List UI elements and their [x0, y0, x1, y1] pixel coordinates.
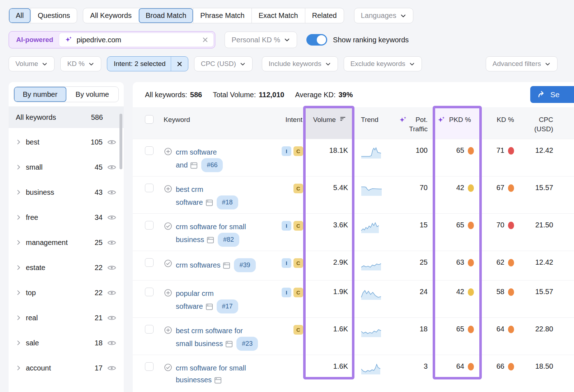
search-query[interactable]: pipedrive.com	[76, 36, 198, 44]
intent-badge-informational[interactable]: I	[282, 146, 291, 156]
all-keywords-group[interactable]: All keywords 586	[9, 107, 124, 128]
select-all-checkbox[interactable]	[145, 115, 154, 124]
sidebar-item-free[interactable]: free 34	[16, 205, 117, 230]
sidebar-scrollbar[interactable]	[119, 114, 122, 169]
eye-icon[interactable]	[107, 213, 117, 222]
sidebar-item-top[interactable]: top 22	[16, 280, 117, 305]
eye-icon[interactable]	[107, 313, 117, 323]
chevron-right-icon[interactable]	[16, 265, 22, 270]
eye-icon[interactable]	[107, 238, 117, 247]
include-keywords-dropdown[interactable]: Include keywords	[262, 56, 338, 71]
serp-preview-icon[interactable]	[190, 162, 198, 169]
chevron-right-icon[interactable]	[16, 315, 22, 321]
chevron-right-icon[interactable]	[16, 290, 22, 296]
add-keyword-icon[interactable]	[164, 184, 173, 193]
eye-icon[interactable]	[107, 288, 117, 298]
serp-preview-icon[interactable]	[206, 303, 213, 310]
tab-all[interactable]: All	[9, 8, 30, 23]
exclude-keywords-dropdown[interactable]: Exclude keywords	[344, 56, 422, 71]
chevron-right-icon[interactable]	[16, 189, 22, 195]
keyword-added-icon[interactable]	[164, 222, 173, 231]
tab-phrase-match[interactable]: Phrase Match	[193, 8, 251, 23]
clear-search-icon[interactable]	[202, 37, 208, 43]
serp-preview-icon[interactable]	[207, 237, 214, 244]
sidebar-item-small[interactable]: small 45	[16, 155, 117, 180]
intent-badge-commercial[interactable]: C	[293, 146, 303, 156]
search-input[interactable]: pipedrive.com	[59, 33, 214, 47]
sidebar-item-business[interactable]: business 43	[16, 180, 117, 205]
column-header-trend[interactable]: Trend	[354, 107, 393, 139]
eye-icon[interactable]	[107, 188, 117, 197]
chevron-right-icon[interactable]	[16, 365, 22, 371]
position-badge[interactable]: #17	[217, 299, 238, 313]
intent-badge-informational[interactable]: I	[282, 258, 291, 268]
column-header-volume[interactable]: Volume	[305, 107, 354, 139]
cpc-filter-dropdown[interactable]: CPC (USD)	[194, 56, 253, 71]
row-checkbox[interactable]	[145, 221, 154, 230]
tab-broad-match[interactable]: Broad Match	[138, 8, 193, 23]
sidebar-item-account[interactable]: account 17	[16, 355, 117, 381]
sidebar-item-best[interactable]: best 105	[16, 129, 117, 155]
column-header-pkd[interactable]: PKD %	[435, 107, 482, 139]
keyword-link[interactable]: crm software for small businesses	[176, 364, 246, 384]
keyword-link[interactable]: best crm software	[176, 185, 203, 206]
eye-icon[interactable]	[107, 363, 117, 373]
column-header-kd[interactable]: KD %	[482, 107, 522, 139]
intent-badge-commercial[interactable]: C	[293, 288, 303, 297]
send-keywords-button[interactable]: Se	[530, 86, 574, 103]
personal-kd-dropdown[interactable]: Personal KD %	[225, 32, 297, 48]
tab-exact-match[interactable]: Exact Match	[251, 8, 305, 23]
tab-related[interactable]: Related	[305, 8, 344, 23]
intent-badge-commercial[interactable]: C	[293, 221, 303, 231]
eye-icon[interactable]	[107, 137, 117, 147]
position-badge[interactable]: #23	[236, 337, 258, 351]
row-checkbox[interactable]	[145, 258, 154, 267]
intent-filter-dropdown[interactable]: Intent: 2 selected	[107, 56, 188, 71]
column-header-keyword[interactable]: Keyword	[160, 107, 278, 139]
sidebar-item-sale[interactable]: sale 18	[16, 330, 117, 355]
eye-icon[interactable]	[107, 162, 117, 172]
row-checkbox[interactable]	[145, 146, 154, 155]
keyword-added-icon[interactable]	[164, 363, 173, 372]
row-checkbox[interactable]	[145, 184, 154, 192]
clear-intent-filter-icon[interactable]	[171, 61, 188, 67]
row-checkbox[interactable]	[145, 362, 154, 371]
sidebar-item-real[interactable]: real 21	[16, 305, 117, 330]
serp-preview-icon[interactable]	[206, 199, 213, 206]
eye-icon[interactable]	[107, 338, 117, 348]
keyword-link[interactable]: crm softwares	[176, 261, 220, 269]
serp-preview-icon[interactable]	[214, 377, 222, 384]
row-checkbox[interactable]	[145, 325, 154, 334]
sidebar-item-management[interactable]: management 25	[16, 230, 117, 255]
serp-preview-icon[interactable]	[225, 341, 233, 348]
intent-badge-informational[interactable]: I	[282, 288, 291, 297]
position-badge[interactable]: #82	[218, 233, 239, 247]
chevron-right-icon[interactable]	[16, 340, 22, 346]
sort-descending-icon[interactable]	[339, 115, 347, 139]
languages-dropdown[interactable]: Languages	[354, 8, 413, 23]
tab-by-volume[interactable]: By volume	[66, 87, 119, 102]
sidebar-item-estate[interactable]: estate 22	[16, 255, 117, 280]
position-badge[interactable]: #66	[201, 158, 223, 172]
column-header-cpc[interactable]: CPC(USD)	[522, 107, 574, 139]
tab-by-number[interactable]: By number	[14, 87, 66, 102]
intent-badge-commercial[interactable]: C	[293, 184, 303, 193]
position-badge[interactable]: #39	[234, 258, 255, 272]
intent-badge-commercial[interactable]: C	[293, 258, 303, 268]
volume-filter-dropdown[interactable]: Volume	[9, 56, 55, 71]
row-checkbox[interactable]	[145, 288, 154, 296]
tab-all-keywords[interactable]: All Keywords	[83, 8, 138, 23]
eye-icon[interactable]	[107, 263, 117, 273]
intent-badge-commercial[interactable]: C	[293, 325, 303, 335]
chevron-right-icon[interactable]	[16, 240, 22, 245]
add-keyword-icon[interactable]	[164, 288, 173, 297]
position-badge[interactable]: #18	[217, 195, 238, 209]
chevron-right-icon[interactable]	[16, 214, 22, 220]
tab-questions[interactable]: Questions	[30, 8, 77, 23]
intent-badge-informational[interactable]: I	[282, 221, 291, 231]
chevron-right-icon[interactable]	[16, 139, 22, 145]
serp-preview-icon[interactable]	[223, 262, 230, 269]
advanced-filters-dropdown[interactable]: Advanced filters	[486, 56, 557, 71]
kd-filter-dropdown[interactable]: KD %	[60, 56, 101, 71]
show-ranking-toggle[interactable]	[306, 34, 327, 46]
